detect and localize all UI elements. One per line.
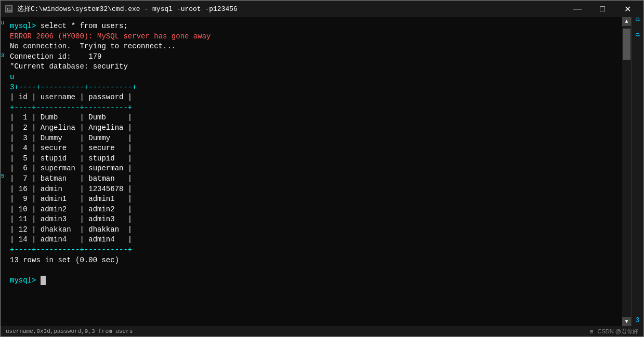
terminal-line-20: | 11 | admin3 | admin3 | [10, 214, 617, 225]
scroll-thumb[interactable] [623, 29, 630, 60]
right-panel: d d 3 [631, 17, 643, 326]
title-bar-left: C: 选择C:\windows\system32\cmd.exe - mysql… [5, 4, 238, 14]
terminal-content[interactable]: mysql> select * from users; ERROR 2006 (… [5, 17, 622, 326]
scroll-track[interactable] [622, 26, 631, 317]
terminal-line-10: | 1 | Dumb | Dumb | [10, 113, 617, 123]
terminal-line-26: mysql> [10, 276, 617, 286]
left-indicators: u 3 5 [1, 17, 5, 326]
terminal-line-5: "Current database: security [10, 62, 617, 72]
cmd-icon: C: [5, 5, 13, 13]
terminal-line-25 [10, 265, 617, 276]
scroll-down-button[interactable]: ▼ [622, 317, 631, 326]
terminal-line-13: | 4 | secure | secure | [10, 143, 617, 154]
left-marker-1: u [1, 19, 5, 27]
minimize-button[interactable]: — [566, 1, 589, 17]
title-bar-controls: — □ ✕ [566, 1, 639, 17]
csdn-watermark: CSDN @君你好 [598, 328, 638, 335]
terminal-line-7: 3+----+----------+----------+ [10, 83, 617, 93]
bottom-bar: username,0x3d,password,9,3 from users ⊞ … [1, 326, 643, 336]
scrollbar[interactable]: ▲ ▼ [622, 17, 631, 326]
terminal-line-2: ERROR 2006 (HY000): MySQL server has gon… [10, 32, 617, 42]
svg-text:C:: C: [7, 7, 11, 12]
terminal-line-14: | 5 | stupid | stupid | [10, 154, 617, 164]
bottom-right: ⊞ CSDN @君你好 [590, 328, 638, 335]
maximize-button[interactable]: □ [590, 1, 614, 17]
terminal-line-18: | 9 | admin1 | admin1 | [10, 194, 617, 205]
close-button[interactable]: ✕ [615, 1, 639, 17]
cmd-window: C: 选择C:\windows\system32\cmd.exe - mysql… [0, 0, 644, 337]
terminal-line-8: | id | username | password | [10, 92, 617, 103]
terminal-line-4: Connection id: 179 [10, 52, 617, 62]
right-panel-text-2: d [634, 33, 641, 38]
terminal-line-12: | 3 | Dummy | Dummy | [10, 133, 617, 144]
terminal-line-21: | 12 | dhakkan | dhakkan | [10, 225, 617, 235]
terminal-line-16: | 7 | batman | batman | [10, 174, 617, 184]
terminal-line-24: 13 rows in set (0.00 sec) [10, 255, 617, 266]
terminal-line-9: +----+----------+----------+ [10, 103, 617, 113]
terminal-line-6: u [10, 72, 617, 83]
terminal-line-22: | 14 | admin4 | admin4 | [10, 235, 617, 245]
terminal-line-3: No connection. Trying to reconnect... [10, 42, 617, 52]
title-bar: C: 选择C:\windows\system32\cmd.exe - mysql… [1, 1, 643, 17]
scroll-up-button[interactable]: ▲ [622, 17, 631, 26]
bottom-icons: ⊞ [590, 328, 594, 335]
right-panel-number: 3 [636, 316, 640, 326]
right-panel-text-1: d [634, 17, 641, 22]
terminal-line-15: | 6 | superman | superman | [10, 164, 617, 174]
terminal-line-17: | 16 | admin | 12345678 | [10, 184, 617, 195]
bottom-command-text: username,0x3d,password,9,3 from users [6, 328, 133, 334]
left-marker-2: 3 [1, 52, 5, 60]
main-area: u 3 5 mysql> select * from users; ERROR … [1, 17, 643, 326]
terminal-line-23: +----+----------+----------+ [10, 245, 617, 255]
terminal-line-1: mysql> select * from users; [10, 21, 617, 32]
left-marker-3: 5 [1, 172, 5, 180]
terminal-line-11: | 2 | Angelina | Angelina | [10, 123, 617, 133]
terminal-line-19: | 10 | admin2 | admin2 | [10, 205, 617, 215]
title-bar-text: 选择C:\windows\system32\cmd.exe - mysql -u… [17, 4, 238, 14]
